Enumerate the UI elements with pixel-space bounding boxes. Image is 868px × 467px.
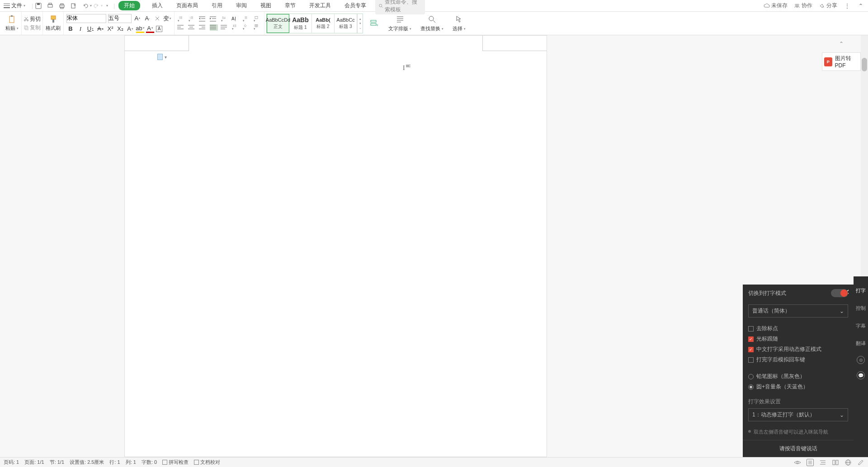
print-preview-icon[interactable] xyxy=(47,2,54,9)
font-name-select[interactable] xyxy=(66,14,106,23)
tab-vip[interactable]: 会员专享 xyxy=(343,1,368,10)
language-select[interactable]: 普通话（简体） ⌄ xyxy=(748,304,848,318)
read-view-icon[interactable] xyxy=(832,459,839,466)
dynamic-correct-checkbox[interactable]: ✓中文打字采用动态修正模式 xyxy=(748,346,848,353)
web-view-icon[interactable] xyxy=(844,459,852,466)
save-icon[interactable] xyxy=(35,2,42,9)
tab-ref[interactable]: 引用 xyxy=(210,1,224,10)
cut-button[interactable]: 剪切 xyxy=(24,15,41,23)
style-h1[interactable]: AaBb标题 1 xyxy=(289,14,312,33)
numbering-button[interactable]: 123▾ xyxy=(188,16,196,23)
qat-more[interactable]: ▾ xyxy=(106,4,108,8)
vtab-typing[interactable]: 打字 xyxy=(856,285,866,296)
align-center-button[interactable] xyxy=(188,24,196,31)
char-border-button[interactable]: A xyxy=(156,26,162,32)
copy-button[interactable]: 复制 xyxy=(24,24,41,32)
subscript-button[interactable]: X₂ xyxy=(116,25,124,33)
page-view-icon[interactable] xyxy=(807,459,814,466)
style-h3[interactable]: AaBbCc标题 3 xyxy=(335,14,357,33)
underline-button[interactable]: U▾ xyxy=(86,25,94,33)
typing-mode-toggle[interactable] xyxy=(831,289,848,297)
status-words[interactable]: 字数: 0 xyxy=(142,459,157,466)
effect-select[interactable]: 1：动态修正打字（默认） ⌄ xyxy=(748,408,848,421)
status-section[interactable]: 节: 1/1 xyxy=(50,459,64,466)
clear-format-icon[interactable] xyxy=(153,14,161,23)
status-page-num[interactable]: 页码: 1 xyxy=(4,459,19,466)
font-size-select[interactable] xyxy=(108,14,132,23)
gear-icon[interactable]: ⚙ xyxy=(857,356,865,364)
tab-start[interactable]: 开始 xyxy=(118,1,140,10)
share-button[interactable]: 分享 xyxy=(819,2,837,9)
edit-icon[interactable] xyxy=(857,459,864,466)
remove-punct-checkbox[interactable]: 去除标点 xyxy=(748,325,848,332)
scrollbar-thumb[interactable] xyxy=(862,58,867,71)
font-color-button[interactable]: A▾ xyxy=(146,25,154,33)
simulate-enter-checkbox[interactable]: 打完字后模拟回车键 xyxy=(748,356,848,364)
highlight-button[interactable]: ab▾ xyxy=(136,25,144,33)
collapse-ribbon-icon[interactable]: ⌃ xyxy=(857,2,864,9)
chat-icon[interactable]: 💬 xyxy=(857,371,865,379)
unsaved-indicator[interactable]: 未保存 xyxy=(764,2,788,9)
typeset-button[interactable]: 文字排版▾ xyxy=(384,12,416,35)
vtab-subtitle[interactable]: 字幕 xyxy=(856,321,866,331)
line-spacing-button[interactable]: ▾ xyxy=(231,24,240,31)
redo-icon[interactable] xyxy=(93,2,100,9)
tab-review[interactable]: 审阅 xyxy=(234,1,249,10)
line-spacing-top-button[interactable]: ▾ xyxy=(242,16,250,23)
vtab-translate[interactable]: 翻译 xyxy=(856,338,866,349)
image-to-pdf-button[interactable]: P 图片转PDF xyxy=(822,52,861,71)
phonetic-icon[interactable]: 变▾ xyxy=(163,14,171,23)
cursor-follow-checkbox[interactable]: ✓光标跟随 xyxy=(748,335,848,343)
borders-button[interactable]: ▾ xyxy=(253,24,261,31)
export-icon[interactable] xyxy=(70,2,77,9)
styles-down-icon[interactable]: ▾ xyxy=(359,22,361,25)
outline-view-icon[interactable] xyxy=(819,459,826,466)
style-h2[interactable]: AaBb(标题 2 xyxy=(312,14,335,33)
file-menu[interactable]: 文件 ▾ xyxy=(4,2,25,9)
redo-dropdown[interactable]: ▾ xyxy=(101,4,103,8)
tab-section[interactable]: 章节 xyxy=(283,1,297,10)
strike-button[interactable]: A▾ xyxy=(96,25,104,33)
eye-icon[interactable] xyxy=(794,459,801,466)
undo-dropdown[interactable]: ▾ xyxy=(90,4,92,8)
align-justify-button[interactable] xyxy=(210,24,218,31)
find-replace-button[interactable]: 查找替换▾ xyxy=(416,12,448,35)
styles-gallery[interactable]: AaBbCcDd正文 AaBb标题 1 AaBb(标题 2 AaBbCc标题 3… xyxy=(266,14,363,33)
new-style-button[interactable]: + xyxy=(365,12,384,35)
status-line[interactable]: 行: 1 xyxy=(109,459,120,466)
superscript-button[interactable]: X² xyxy=(106,25,114,33)
brush-icon[interactable] xyxy=(49,15,57,24)
bullets-button[interactable]: ▾ xyxy=(177,16,185,23)
more-icon[interactable]: ⋮ xyxy=(844,2,851,9)
circle-style-radio[interactable]: 圆+音量条（天蓝色） xyxy=(748,383,848,391)
status-col[interactable]: 列: 1 xyxy=(126,459,136,466)
brush-label[interactable]: 格式刷 xyxy=(46,25,61,32)
styles-expand-icon[interactable]: ⌄ xyxy=(359,26,362,30)
bold-button[interactable]: B xyxy=(66,25,75,33)
decrease-font-icon[interactable]: A- xyxy=(143,14,151,23)
tab-insert[interactable]: 插入 xyxy=(150,1,165,10)
tab-layout[interactable]: 页面布局 xyxy=(175,1,200,10)
paste-button[interactable]: 粘贴▾ xyxy=(5,25,19,32)
tab-dev[interactable]: 开发工具 xyxy=(307,1,333,10)
status-position[interactable]: 设置值: 2.5厘米 xyxy=(70,459,104,466)
tab-view[interactable]: 视图 xyxy=(259,1,273,10)
proof-toggle[interactable]: 文档校对 xyxy=(194,459,220,466)
para-settings-top-button[interactable]: ▾ xyxy=(253,16,261,23)
text-effect-button[interactable]: A▾ xyxy=(126,25,134,33)
text-direction-button[interactable]: Aḷ xyxy=(231,16,240,23)
shading-button[interactable]: ▾ xyxy=(242,24,250,31)
align-right-button[interactable] xyxy=(199,24,207,31)
sort-button[interactable]: ▾ xyxy=(221,16,229,23)
undo-icon[interactable] xyxy=(82,2,89,9)
print-icon[interactable] xyxy=(58,2,66,9)
side-collapse-icon[interactable]: ⌃ xyxy=(822,40,861,48)
document-page[interactable]: ▾ I xyxy=(124,35,547,457)
collab-button[interactable]: 协作 xyxy=(794,2,812,9)
increase-font-icon[interactable]: A+ xyxy=(133,14,142,23)
spell-check-toggle[interactable]: 拼写检查 xyxy=(162,459,189,466)
indent-right-button[interactable] xyxy=(210,16,218,23)
indent-left-button[interactable] xyxy=(199,16,207,23)
align-left-button[interactable] xyxy=(177,24,185,31)
vtab-control[interactable]: 控制 xyxy=(856,303,866,313)
